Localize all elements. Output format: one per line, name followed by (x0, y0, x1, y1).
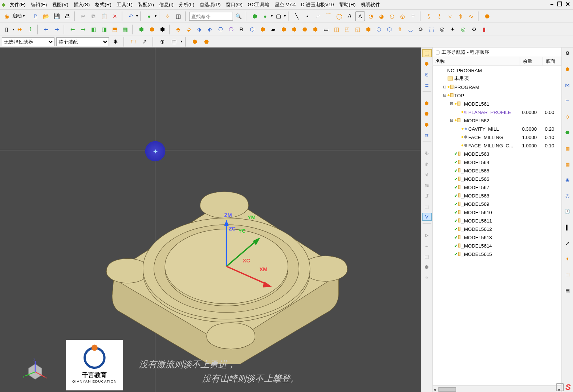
text-a-icon[interactable]: A (345, 11, 354, 21)
r2-b2-icon[interactable]: ◨ (99, 24, 109, 34)
tree-row[interactable]: _MODEL565 (433, 166, 562, 175)
r2-d28-icon[interactable]: ◎ (458, 24, 468, 34)
r2-d6-icon[interactable]: ⎔ (226, 24, 236, 34)
tree-row[interactable]: ⬢FACE_MILLING_C...1.00000.10 (433, 141, 562, 150)
vr-rainbow-icon[interactable]: ▌ (562, 223, 572, 231)
tree-row[interactable]: 未用项 (433, 74, 562, 83)
vm-13-icon[interactable]: ⇵ (422, 192, 432, 200)
viewport-3d[interactable]: ✦ ZM (0, 48, 421, 392)
c2-icon[interactable]: ⟅ (434, 11, 444, 21)
r2-d14-icon[interactable]: ⬢ (310, 24, 320, 34)
curve1-icon[interactable]: ⌒ (324, 11, 333, 21)
menu-机明软件[interactable]: 机明软件 (358, 2, 383, 7)
vm-5-icon[interactable]: ⬢ (422, 99, 432, 107)
expander-icon[interactable]: ⊟ (442, 93, 447, 97)
r2-d9-icon[interactable]: ⬢ (258, 24, 268, 34)
expander-icon[interactable]: ⊟ (442, 85, 447, 89)
menu-视图(V)[interactable]: 视图(V) (50, 2, 71, 7)
vm-2-icon[interactable]: ⬢ (422, 60, 432, 68)
pt-icon[interactable]: • (302, 11, 312, 21)
selection-filter[interactable]: 无选择过滤器 (2, 37, 54, 46)
r2-d11-icon[interactable]: ⬢ (279, 24, 289, 34)
vm-7-icon[interactable]: ⬢ (422, 121, 432, 128)
col-c1[interactable]: 余量 (520, 57, 543, 65)
vm-11-icon[interactable]: ↯ (422, 171, 432, 179)
nav-hscroll[interactable]: ◂▸ (433, 385, 562, 392)
c5-icon[interactable]: ∿ (466, 11, 476, 21)
r2-d27-icon[interactable]: ✦ (448, 24, 458, 34)
vm-1-icon[interactable]: ⬚ (422, 49, 432, 57)
r2-d10-icon[interactable]: ▰ (268, 24, 278, 34)
box-icon[interactable]: ▢ (273, 11, 283, 21)
menu-GC工具箱[interactable]: GC工具箱 (245, 2, 272, 7)
r2-d3-icon[interactable]: ⬗ (194, 24, 204, 34)
vm-14-icon[interactable]: ⬚ (422, 202, 432, 210)
menu-帮助(H)[interactable]: 帮助(H) (337, 2, 358, 7)
save-icon[interactable]: 💾 (52, 11, 62, 21)
scope-filter[interactable]: 整个装配 (56, 37, 109, 46)
tree-row[interactable]: ⊟_MODEL561 (433, 99, 562, 108)
t3-1-icon[interactable]: ✱ (111, 37, 121, 46)
r2-d20-icon[interactable]: ⬡ (374, 24, 383, 34)
r2-a2-icon[interactable]: ➡ (52, 24, 62, 34)
vr-12-icon[interactable]: ⬚ (562, 271, 572, 279)
menu-首选项(P)[interactable]: 首选项(P) (197, 2, 223, 7)
cube1-icon[interactable]: ⬢ (250, 11, 260, 21)
tree-row[interactable]: _MODEL567 (433, 183, 562, 191)
line-icon[interactable]: ╲ (292, 11, 302, 21)
r2-d13-icon[interactable]: ⬣ (300, 24, 310, 34)
tree-row[interactable]: ⬢FACE_MILLING1.00000.10 (433, 133, 562, 141)
search-icon[interactable]: 🔍 (234, 11, 244, 21)
sphere2-icon[interactable]: ● (260, 11, 270, 21)
vr-7-icon[interactable]: ▦ (562, 160, 572, 168)
r2-b1-icon[interactable]: ◧ (89, 24, 99, 34)
vr-8-icon[interactable]: ◉ (562, 176, 572, 184)
tree-row[interactable]: _MODEL5614 (433, 241, 562, 250)
tree-row[interactable]: ⊟TOP (433, 91, 562, 99)
vr-2-icon[interactable]: ⋈ (562, 81, 572, 89)
tree-row[interactable]: _MODEL5611 (433, 216, 562, 225)
r2-d17-icon[interactable]: ◰ (342, 24, 352, 34)
r2-3-icon[interactable]: ⤴ (25, 24, 35, 34)
t3-4-icon[interactable]: ⊕ (158, 37, 167, 46)
sphere-icon[interactable]: ● (144, 11, 154, 21)
r2-d2-icon[interactable]: ⬙ (184, 24, 194, 34)
shape2-icon[interactable]: ◕ (377, 11, 386, 21)
vr-11-icon[interactable]: ✦ (562, 255, 572, 263)
tree-row[interactable]: ◈CAVITY_MILL0.30000.20 (433, 124, 562, 133)
r2-c2-icon[interactable]: ⬢ (147, 24, 157, 34)
window-buttons[interactable]: – ❐ ✕ (550, 1, 571, 7)
col-c2[interactable]: 底面 (543, 57, 562, 65)
t3-5-icon[interactable]: ⬚ (169, 37, 179, 46)
r2-d30-icon[interactable]: ▮ (479, 24, 489, 34)
menu-编辑(E)[interactable]: 编辑(E) (28, 2, 50, 7)
vr-1-icon[interactable]: ⬢ (562, 65, 572, 73)
tree-row[interactable]: _MODEL564 (433, 158, 562, 166)
open-icon[interactable]: 📂 (41, 11, 51, 21)
vr-13-icon[interactable]: ▤ (562, 287, 572, 295)
tree-row[interactable]: _MODEL5610 (433, 208, 562, 216)
r2-d18-icon[interactable]: ◱ (353, 24, 362, 34)
vm-6-icon[interactable]: ⬣ (422, 110, 432, 118)
r2-d29-icon[interactable]: ⟲ (469, 24, 479, 34)
start-label[interactable]: 启动 (12, 13, 22, 19)
menu-文件(F)[interactable]: 文件(F) (7, 2, 28, 7)
undo-icon[interactable]: ↶ (126, 11, 135, 21)
vr-gear-icon[interactable]: ⚙ (562, 49, 572, 57)
tree-row[interactable]: _MODEL5612 (433, 225, 562, 233)
iso-icon[interactable]: ⬣ (482, 11, 492, 21)
r2-d16-icon[interactable]: ◫ (332, 24, 341, 34)
expander-icon[interactable]: ⊟ (450, 101, 454, 106)
vr-9-icon[interactable]: ◎ (562, 192, 572, 200)
new-icon[interactable]: 🗋 (31, 11, 41, 21)
menu-工具(T)[interactable]: 工具(T) (114, 2, 135, 7)
vr-5-icon[interactable]: ⬣ (562, 128, 572, 136)
r2-a1-icon[interactable]: ⬅ (41, 24, 51, 34)
menu-分析(L)[interactable]: 分析(L) (176, 2, 197, 7)
shape1-icon[interactable]: ◔ (366, 11, 376, 21)
r2-d15-icon[interactable]: ▭ (321, 24, 331, 34)
vr-6-icon[interactable]: ▦ (562, 144, 572, 152)
menu-D 进玉电极V10[interactable]: D 进玉电极V10 (298, 2, 337, 7)
r2-c1-icon[interactable]: ⬢ (136, 24, 146, 34)
cut-icon[interactable]: ✂ (78, 11, 88, 21)
